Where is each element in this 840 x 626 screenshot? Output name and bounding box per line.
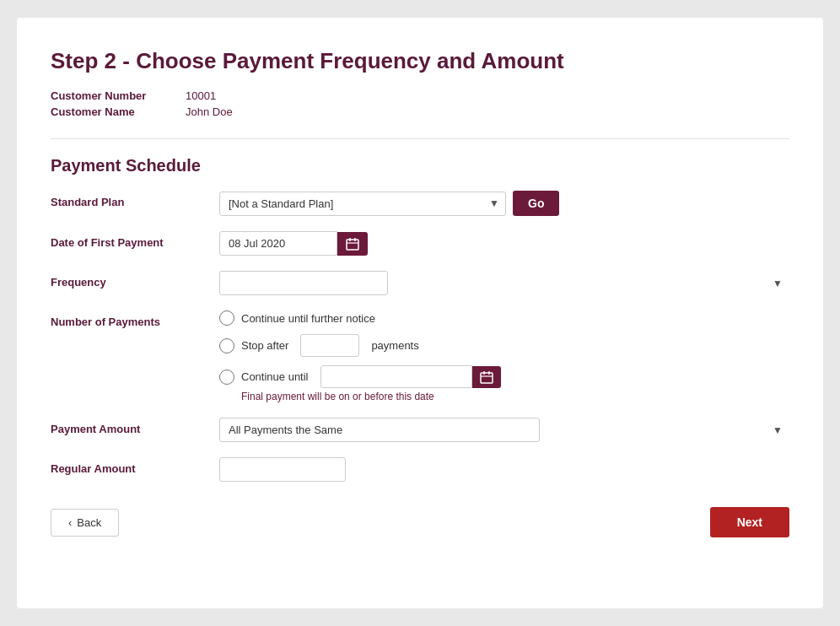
- regular-amount-control: [219, 457, 789, 482]
- payment-amount-control: All Payments the Same Variable Payments …: [219, 418, 789, 442]
- payment-amount-select[interactable]: All Payments the Same Variable Payments …: [219, 418, 540, 442]
- regular-amount-label: Regular Amount: [51, 457, 219, 475]
- calendar-icon: [346, 237, 359, 251]
- number-of-payments-label: Number of Payments: [51, 310, 219, 328]
- back-button-label: Back: [77, 516, 101, 529]
- date-first-payment-row: Date of First Payment: [51, 231, 789, 256]
- customer-number-row: Customer Number 10001: [51, 89, 789, 102]
- regular-amount-input[interactable]: [219, 457, 346, 482]
- number-of-payments-row: Number of Payments Continue until furthe…: [51, 310, 789, 402]
- chevron-down-icon-freq: ▼: [773, 278, 783, 289]
- date-first-payment-input[interactable]: [219, 231, 337, 256]
- standard-plan-label: Standard Plan: [51, 191, 219, 208]
- calendar-icon-small: [480, 370, 493, 384]
- radio-continue-until-label: Continue until: [241, 370, 309, 383]
- date-input-wrapper: [219, 231, 789, 256]
- continue-until-hint: Final payment will be on or before this …: [241, 391, 789, 402]
- chevron-down-icon-payment: ▼: [773, 424, 783, 436]
- payment-amount-row: Payment Amount All Payments the Same Var…: [51, 418, 789, 442]
- back-chevron-icon: ‹: [68, 516, 72, 529]
- divider: [51, 138, 789, 139]
- frequency-select-wrapper: Weekly Fortnightly Monthly Quarterly Ann…: [219, 271, 789, 295]
- radio-continue-notice-label: Continue until further notice: [241, 312, 375, 325]
- date-first-payment-label: Date of First Payment: [51, 231, 219, 249]
- customer-name-row: Customer Name John Doe: [51, 105, 789, 118]
- footer-buttons: ‹ Back Next: [51, 507, 789, 537]
- customer-number-value: 10001: [186, 89, 216, 102]
- standard-plan-select[interactable]: [Not a Standard Plan]: [219, 192, 506, 216]
- frequency-control: Weekly Fortnightly Monthly Quarterly Ann…: [219, 271, 789, 295]
- radio-stop-after-suffix: payments: [371, 339, 418, 352]
- regular-amount-row: Regular Amount: [51, 457, 789, 482]
- continue-until-input-wrapper: [320, 365, 501, 388]
- radio-row-continue-until: Continue until: [219, 365, 789, 388]
- date-first-payment-control: [219, 231, 789, 256]
- stop-after-input[interactable]: [300, 334, 359, 357]
- frequency-select[interactable]: Weekly Fortnightly Monthly Quarterly Ann…: [219, 271, 388, 295]
- radio-row-continue-notice: Continue until further notice: [219, 310, 789, 326]
- go-button[interactable]: Go: [513, 191, 559, 216]
- radio-continue-until[interactable]: [219, 370, 234, 385]
- standard-plan-select-wrapper: [Not a Standard Plan] ▼: [219, 192, 506, 216]
- continue-until-input[interactable]: [320, 365, 472, 388]
- customer-name-label: Customer Name: [51, 105, 186, 118]
- radio-group: Continue until further notice Stop after…: [219, 310, 789, 402]
- main-card: Step 2 - Choose Payment Frequency and Am…: [17, 18, 823, 608]
- frequency-label: Frequency: [51, 271, 219, 289]
- calendar-button-continue-until[interactable]: [472, 366, 501, 388]
- standard-plan-row: Standard Plan [Not a Standard Plan] ▼ Go: [51, 191, 789, 216]
- standard-plan-wrapper: [Not a Standard Plan] ▼ Go: [219, 191, 789, 216]
- radio-row-stop-after: Stop after payments: [219, 334, 789, 357]
- standard-plan-control: [Not a Standard Plan] ▼ Go: [219, 191, 789, 216]
- next-button[interactable]: Next: [710, 507, 789, 537]
- radio-row-continue-until-group: Continue until: [219, 365, 789, 402]
- customer-name-value: John Doe: [186, 105, 233, 118]
- page-title: Step 2 - Choose Payment Frequency and Am…: [51, 48, 789, 74]
- calendar-button-date[interactable]: [337, 232, 368, 256]
- number-of-payments-control: Continue until further notice Stop after…: [219, 310, 789, 402]
- svg-rect-0: [347, 240, 358, 250]
- radio-continue-notice[interactable]: [219, 310, 234, 326]
- payment-amount-select-wrapper: All Payments the Same Variable Payments …: [219, 418, 789, 442]
- section-title: Payment Schedule: [51, 156, 789, 175]
- customer-info: Customer Number 10001 Customer Name John…: [51, 89, 789, 118]
- customer-number-label: Customer Number: [51, 89, 186, 102]
- radio-stop-after-label: Stop after: [241, 339, 288, 352]
- radio-stop-after[interactable]: [219, 338, 234, 353]
- svg-rect-4: [481, 373, 493, 383]
- frequency-row: Frequency Weekly Fortnightly Monthly Qua…: [51, 271, 789, 295]
- back-button[interactable]: ‹ Back: [51, 509, 119, 537]
- payment-amount-label: Payment Amount: [51, 418, 219, 435]
